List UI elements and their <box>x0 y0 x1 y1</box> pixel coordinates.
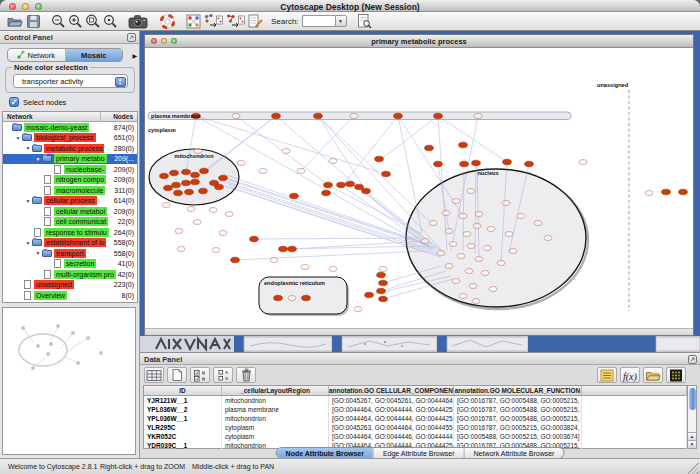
tab-mosaic[interactable]: Mosaic <box>66 49 123 61</box>
network-window-titlebar[interactable]: primary metabolic process <box>145 35 693 48</box>
network-node[interactable] <box>174 190 183 196</box>
network-overview-icon[interactable] <box>186 13 201 30</box>
column-header-cellular-component[interactable]: annotation.GO CELLULAR_COMPONENT <box>329 386 454 395</box>
network-node-outline[interactable] <box>259 169 267 174</box>
network-edge[interactable] <box>380 116 438 160</box>
network-node-outline[interactable] <box>473 224 481 229</box>
network-node-outline[interactable] <box>467 189 475 194</box>
expand-arrow-icon[interactable]: ▼ <box>24 240 32 246</box>
table-row[interactable]: YKR052Ccytoplasm[GO:0044464, GO:0044446,… <box>144 432 687 441</box>
network-canvas[interactable]: plasma membranecytoplasmmitochondrionnuc… <box>145 48 693 329</box>
network-node-outline[interactable] <box>350 114 358 119</box>
expand-arrow-icon[interactable]: ▼ <box>24 198 32 204</box>
network-node-outline[interactable] <box>175 229 183 234</box>
network-node-outline[interactable] <box>534 221 542 226</box>
network-node-outline[interactable] <box>459 294 467 299</box>
network-node[interactable] <box>279 246 288 252</box>
tab-node-attribute-browser[interactable]: Node Attribute Browser <box>277 448 374 458</box>
network-node-outline[interactable] <box>449 242 457 247</box>
network-node[interactable] <box>355 184 364 190</box>
network-node[interactable] <box>379 296 388 302</box>
network-node[interactable] <box>459 142 468 148</box>
network-node[interactable] <box>434 161 443 167</box>
network-edge[interactable] <box>301 116 354 171</box>
help-lifesaver-icon[interactable] <box>159 13 176 30</box>
network-node-outline[interactable] <box>502 201 510 206</box>
tree-item[interactable]: secretion41(0) <box>3 259 137 270</box>
tree-item[interactable]: cellular metabol209(0) <box>3 206 137 217</box>
network-node-outline[interactable] <box>463 232 471 237</box>
zoom-selected-icon[interactable] <box>103 13 118 30</box>
network-node-outline[interactable] <box>329 267 337 272</box>
network-node[interactable] <box>365 292 374 298</box>
network-node-outline[interactable] <box>187 207 195 212</box>
network-node-outline[interactable] <box>237 161 245 166</box>
tab-network-attribute-browser[interactable]: Network Attribute Browser <box>464 448 563 458</box>
network-node[interactable] <box>302 295 311 301</box>
network-node[interactable] <box>322 190 331 196</box>
tree-item[interactable]: ▼cellular process614(0) <box>3 196 137 207</box>
network-node-outline[interactable] <box>225 212 233 217</box>
network-node[interactable] <box>272 113 281 119</box>
network-node[interactable] <box>379 280 388 286</box>
tree-column-network[interactable]: Network <box>3 112 101 121</box>
network-node[interactable] <box>200 168 209 174</box>
table-row[interactable]: YPL036W__2plasma membrane[GO:0044464, GO… <box>144 405 687 414</box>
network-node-outline[interactable] <box>429 221 437 226</box>
network-node-outline[interactable] <box>469 284 477 289</box>
expand-arrow-icon[interactable]: ▼ <box>24 145 32 151</box>
network-node[interactable] <box>662 189 671 195</box>
network-node[interactable] <box>472 160 481 166</box>
network-node-outline[interactable] <box>445 229 453 234</box>
network-node[interactable] <box>185 189 194 195</box>
network-node[interactable] <box>679 189 688 195</box>
network-node[interactable] <box>170 170 179 176</box>
tree-item[interactable]: ▼transport558(0) <box>3 248 137 259</box>
network-node[interactable] <box>346 181 355 187</box>
column-header-region[interactable]: _cellularLayoutRegion <box>222 386 329 395</box>
network-edge[interactable] <box>226 178 429 245</box>
network-node[interactable] <box>382 171 391 177</box>
column-header-id[interactable]: ID <box>144 386 222 395</box>
network-edge[interactable] <box>228 184 438 254</box>
network-node-outline[interactable] <box>497 261 505 266</box>
network-node-outline[interactable] <box>437 251 445 256</box>
open-session-icon[interactable] <box>6 13 24 30</box>
network-node-outline[interactable] <box>474 114 482 119</box>
network-node[interactable] <box>172 182 181 188</box>
attribute-list-icon[interactable] <box>597 367 617 383</box>
network-node[interactable] <box>288 246 297 252</box>
scroll-down-icon[interactable]: ▼ <box>688 440 696 448</box>
network-edge[interactable] <box>318 116 431 223</box>
network-node[interactable] <box>250 236 259 242</box>
tree-item[interactable]: ▼primary metabo209(... <box>3 154 137 165</box>
unselect-attributes-icon[interactable] <box>213 367 233 383</box>
network-node[interactable] <box>231 257 240 263</box>
network-node[interactable] <box>290 193 299 199</box>
network-node-outline[interactable] <box>645 191 653 196</box>
network-node-outline[interactable] <box>209 208 217 213</box>
select-nodes-checkbox[interactable]: ✓ <box>9 97 19 107</box>
network-node[interactable] <box>503 159 512 165</box>
network-node-outline[interactable] <box>193 220 201 225</box>
network-node-outline[interactable] <box>212 248 220 253</box>
network-node-outline[interactable] <box>282 149 290 154</box>
save-session-icon[interactable] <box>26 13 41 30</box>
tree-item[interactable]: ▼biological_process651(0) <box>3 133 137 144</box>
expand-arrow-icon[interactable]: ▼ <box>14 135 22 141</box>
network-node-outline[interactable] <box>544 236 552 241</box>
network-node-outline[interactable] <box>489 287 497 292</box>
combo-arrows-icon[interactable]: ▲▼ <box>115 77 126 87</box>
network-node-outline[interactable] <box>288 296 296 301</box>
network-node[interactable] <box>434 113 443 119</box>
network-node-outline[interactable] <box>329 159 337 164</box>
network-node[interactable] <box>460 161 469 167</box>
network-node-outline[interactable] <box>459 214 467 219</box>
network-node[interactable] <box>324 182 333 188</box>
network-node-outline[interactable] <box>297 169 305 174</box>
birdseye-view-panel[interactable] <box>2 307 136 455</box>
network-node-outline[interactable] <box>509 249 517 254</box>
network-node[interactable] <box>377 288 386 294</box>
search-options-icon[interactable] <box>356 13 373 30</box>
tree-item[interactable]: cell communicat22(0) <box>3 217 137 228</box>
